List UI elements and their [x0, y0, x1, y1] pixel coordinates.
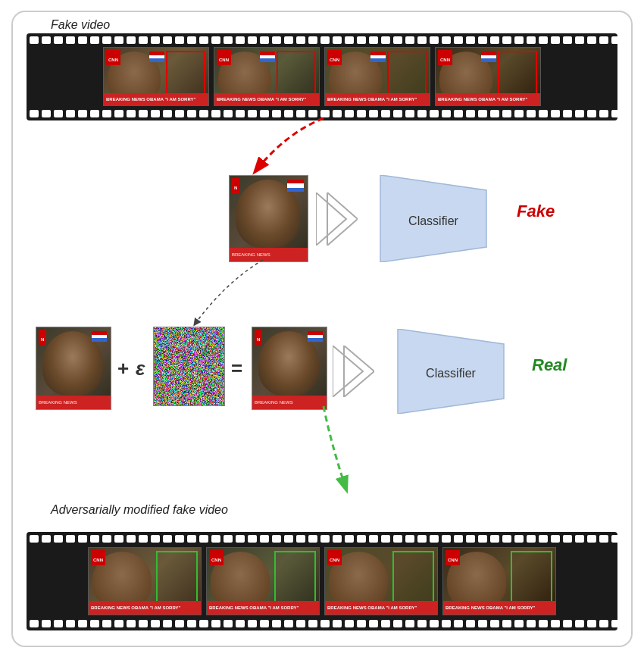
svg-marker-5	[344, 346, 374, 397]
film-frame-2: BREAKING NEWS OBAMA "I AM SORRY" CNN	[214, 47, 320, 106]
plus-sign: +	[117, 357, 129, 380]
svg-text:Classifier: Classifier	[408, 214, 458, 227]
classifier-2: Classifier	[375, 329, 527, 414]
epsilon-sign: ε	[136, 357, 145, 380]
fake-video-label: Fake video	[51, 18, 110, 32]
adversarial-video-label: Adversarially modified fake video	[51, 503, 228, 517]
chevron-1	[316, 192, 358, 246]
svg-marker-0	[316, 192, 346, 246]
green-dashed-arrow	[301, 406, 392, 497]
svg-text:Classifier: Classifier	[426, 367, 476, 380]
film-frame-4: BREAKING NEWS OBAMA "I AM SORRY" CNN	[435, 47, 541, 106]
bottom-film-strip: BREAKING NEWS OBAMA "I AM SORRY" CNN BRE…	[27, 532, 617, 630]
red-dashed-arrow	[225, 118, 346, 179]
dotted-connector	[180, 260, 270, 328]
film-frame-3: BREAKING NEWS OBAMA "I AM SORRY" CNN	[324, 47, 430, 106]
extracted-face-fake: BREAKING NEWS N	[229, 175, 308, 262]
svg-marker-1	[327, 192, 358, 246]
bottom-film-frame-2: BREAKING NEWS OBAMA "I AM SORRY" CNN	[206, 547, 320, 615]
noise-image	[153, 327, 225, 406]
equals-sign: =	[231, 357, 242, 380]
chevron-2	[333, 346, 374, 397]
fake-result-label: Fake	[517, 202, 555, 221]
main-diagram: BREAKING NEWS OBAMA "I AM SORRY" CNN BRE…	[11, 11, 633, 647]
film-frame-1: BREAKING NEWS OBAMA "I AM SORRY" CNN	[103, 47, 209, 106]
real-result-label: Real	[532, 355, 567, 375]
bottom-film-frame-3: BREAKING NEWS OBAMA "I AM SORRY" CNN	[324, 547, 438, 615]
face-modified: BREAKING NEWS N	[252, 327, 327, 410]
svg-marker-4	[333, 346, 363, 397]
bottom-film-frame-4: BREAKING NEWS OBAMA "I AM SORRY" CNN	[442, 547, 556, 615]
face-original: BREAKING NEWS N	[36, 327, 111, 410]
classifier-1: Classifier	[358, 175, 509, 262]
top-film-strip: BREAKING NEWS OBAMA "I AM SORRY" CNN BRE…	[27, 33, 617, 120]
bottom-film-frame-1: BREAKING NEWS OBAMA "I AM SORRY" CNN	[88, 547, 202, 615]
